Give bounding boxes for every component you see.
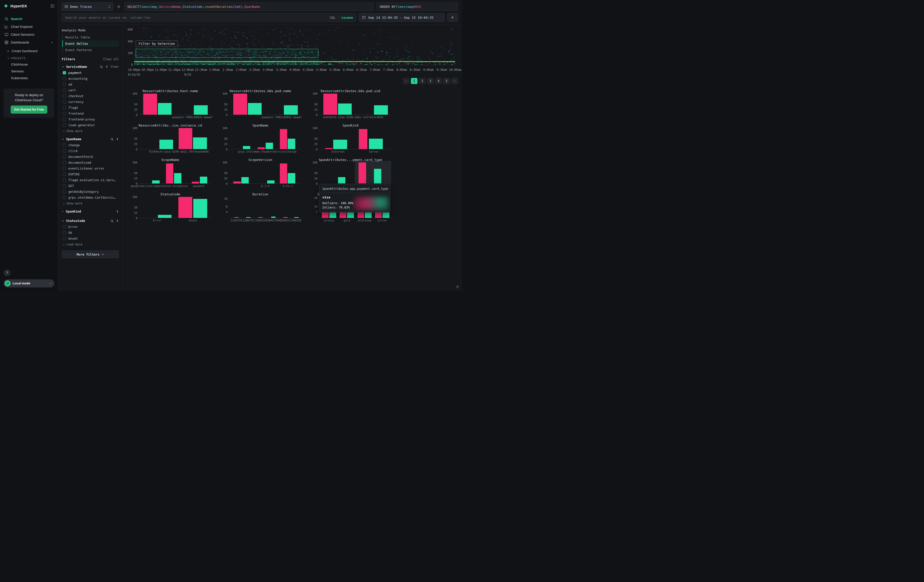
chart-bar[interactable] — [143, 94, 157, 115]
filter-option-payment[interactable]: ✓payment — [62, 70, 119, 76]
analysis-mode-event-patterns[interactable]: Event Patterns — [63, 47, 119, 53]
chart-plot[interactable] — [139, 94, 211, 115]
checkbox[interactable]: ✓ — [63, 71, 66, 74]
checkbox[interactable] — [63, 184, 66, 188]
filter-option-load-generator[interactable]: load-generator — [62, 122, 119, 128]
checkbox[interactable] — [63, 83, 66, 86]
chart-bar[interactable] — [158, 103, 172, 115]
chart-bar[interactable] — [271, 217, 276, 218]
checkbox[interactable] — [63, 89, 66, 92]
more-filters-button[interactable]: More filters — [62, 250, 119, 258]
chart-plot[interactable] — [139, 128, 211, 149]
chart-bar[interactable] — [294, 217, 299, 218]
filter-option-change[interactable]: change — [62, 142, 119, 148]
sidebar-item-services[interactable]: Services — [3, 68, 55, 75]
pagination-page-2[interactable]: 2 — [419, 78, 426, 84]
filter-option-currency[interactable]: currency — [62, 99, 119, 105]
checkbox[interactable] — [63, 143, 66, 147]
chart-bar[interactable] — [200, 176, 207, 183]
pagination-page-1[interactable]: 1 — [411, 78, 417, 84]
checkbox[interactable] — [63, 94, 66, 98]
filter-group-header[interactable]: SpanKind — [62, 209, 119, 214]
chart-plot[interactable] — [229, 197, 301, 218]
source-select[interactable]: Demo Traces — [62, 2, 113, 11]
settings-gear-icon[interactable] — [456, 285, 459, 290]
filter-option-ad[interactable]: ad — [62, 81, 119, 87]
analysis-mode-event-deltas[interactable]: Event Deltas — [62, 41, 119, 47]
search-icon-sm[interactable] — [111, 138, 114, 141]
filter-option-flagd-evaluation-v1-serv[interactable]: flagd.evaluation.v1.Serv… — [62, 177, 119, 183]
sidebar-item-client-sessions[interactable]: Client Sessions — [3, 31, 55, 38]
chart-plot[interactable] — [319, 94, 391, 115]
chart-plot[interactable] — [319, 162, 391, 184]
chart-bar[interactable] — [288, 138, 295, 149]
filter-option-flagd[interactable]: flagd — [62, 105, 119, 110]
checkbox[interactable] — [63, 173, 66, 176]
gear-icon[interactable] — [116, 5, 121, 8]
checkbox[interactable] — [63, 106, 66, 109]
sidebar-item-dashboards[interactable]: Dashboards — [3, 38, 55, 46]
pagination-page-5[interactable]: 5 — [443, 78, 450, 84]
chart-bar[interactable] — [358, 162, 366, 183]
show-more-button[interactable]: Show more — [62, 128, 119, 133]
run-query-button[interactable] — [447, 13, 458, 22]
pin-icon[interactable] — [105, 65, 108, 68]
sidebar-collapse-icon[interactable] — [51, 4, 54, 8]
checkbox[interactable] — [63, 237, 66, 240]
filter-group-header[interactable]: StatusCode — [62, 218, 119, 224]
chart-bar[interactable] — [193, 199, 207, 218]
chart-plot[interactable] — [229, 162, 301, 184]
order-by-editor[interactable]: ORDER BY Timestamp DESC — [376, 2, 458, 11]
chart-bar[interactable] — [283, 217, 288, 218]
date-range-picker[interactable]: Sep 14 22:04:35 - Sep 15 10:04:35 — [359, 13, 445, 22]
chart-plot[interactable] — [319, 128, 391, 149]
chart-bar[interactable] — [280, 129, 287, 149]
sidebar-item-kubernetes[interactable]: Kubernetes — [3, 75, 55, 81]
chart-bar[interactable] — [257, 147, 265, 149]
chart-bar[interactable] — [359, 129, 367, 149]
chart-bar[interactable] — [233, 94, 247, 115]
chart-bar[interactable] — [338, 177, 345, 183]
filter-option-cart[interactable]: cart — [62, 87, 119, 93]
local-mode-button[interactable]: U Local mode — [3, 279, 54, 287]
chart-bar[interactable] — [333, 140, 347, 149]
filter-option-grpc-oteldemo-cartservic[interactable]: grpc.oteldemo.CartServic… — [62, 195, 119, 200]
checkbox[interactable] — [63, 178, 66, 182]
presets-toggle[interactable]: PRESETS — [3, 55, 55, 61]
chart-bar[interactable] — [267, 180, 274, 183]
filter-option-documentfetch[interactable]: documentFetch — [62, 154, 119, 160]
chart-bar[interactable] — [323, 94, 337, 115]
chart-bar[interactable] — [284, 105, 298, 115]
filter-group-header[interactable]: ServiceNameClear — [62, 64, 119, 70]
filter-option-expire[interactable]: EXPIRE — [62, 171, 119, 177]
chart-bar[interactable] — [194, 105, 208, 115]
filter-option-ok[interactable]: Ok — [62, 230, 119, 236]
checkbox[interactable] — [63, 196, 66, 199]
show-more-button[interactable]: Load more — [62, 241, 119, 246]
chart-bar[interactable] — [192, 182, 199, 183]
chart-bar[interactable] — [325, 148, 332, 149]
chart-bar[interactable] — [241, 177, 249, 183]
chart-bar[interactable] — [193, 137, 207, 149]
filter-option-eventlistener-error[interactable]: eventListener.error — [62, 165, 119, 171]
events-heatmap[interactable] — [134, 28, 455, 65]
checkbox[interactable] — [63, 167, 66, 170]
filter-option-accounting[interactable]: accounting — [62, 76, 119, 81]
chart-bar[interactable] — [288, 173, 295, 184]
search-input[interactable] — [65, 16, 327, 20]
pin-icon[interactable] — [116, 219, 119, 223]
clear-all-button[interactable]: Clear all — [103, 58, 119, 61]
chart-bar[interactable] — [179, 128, 192, 149]
chart-bar[interactable] — [166, 163, 173, 183]
pagination-next[interactable] — [451, 78, 458, 84]
chart-bar[interactable] — [178, 197, 192, 218]
chart-bar[interactable] — [280, 163, 287, 183]
chart-bar[interactable] — [374, 169, 381, 183]
chart-plot[interactable] — [229, 94, 301, 115]
search-icon-sm[interactable] — [111, 219, 114, 223]
chart-bar[interactable] — [152, 180, 159, 183]
checkbox[interactable] — [63, 225, 66, 229]
clear-filter-button[interactable]: Clear — [111, 65, 119, 68]
chart-bar[interactable] — [369, 138, 383, 149]
filter-by-selection-button[interactable]: Filter by Selection — [135, 41, 178, 47]
